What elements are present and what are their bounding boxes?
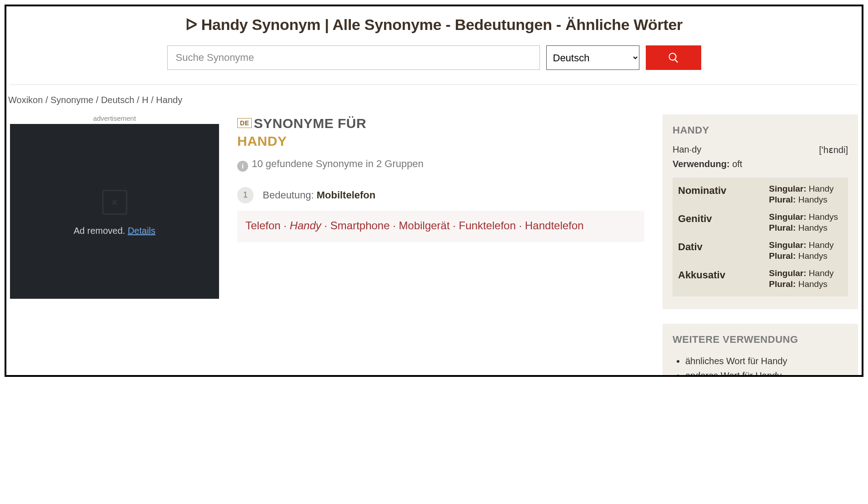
declension-table: NominativSingular: HandyPlural: HandysGe… bbox=[673, 178, 848, 296]
further-list: ähnliches Wort für Handyanderes Wort für… bbox=[673, 354, 848, 377]
declension-row: NominativSingular: HandyPlural: Handys bbox=[678, 184, 843, 206]
breadcrumb-link[interactable]: H bbox=[142, 95, 148, 105]
further-title: WEITERE VERWENDUNG bbox=[673, 334, 848, 346]
sidebar-title: HANDY bbox=[673, 124, 848, 136]
term: HANDY bbox=[237, 133, 287, 148]
search-input[interactable] bbox=[167, 45, 540, 70]
case-forms: Singular: HandyPlural: Handys bbox=[769, 240, 843, 262]
declension-row: DativSingular: HandyPlural: Handys bbox=[678, 240, 843, 262]
breadcrumb-link[interactable]: Woxikon bbox=[8, 95, 43, 105]
image-placeholder-icon: × bbox=[102, 190, 127, 215]
ad-label: advertisement bbox=[10, 114, 219, 122]
lang-badge: DE bbox=[237, 118, 252, 128]
case-forms: Singular: HandyPlural: Handys bbox=[769, 184, 843, 206]
further-item[interactable]: anderes Wort für Handy bbox=[685, 368, 848, 377]
case-label: Akkusativ bbox=[678, 268, 769, 290]
divider bbox=[10, 84, 858, 85]
count-line: i10 gefundene Synonyme in 2 Gruppen bbox=[237, 157, 644, 172]
breadcrumb-current: Handy bbox=[156, 95, 182, 105]
group-number: 1 bbox=[237, 187, 254, 203]
search-icon bbox=[668, 52, 679, 64]
ad-details-link[interactable]: Details bbox=[128, 226, 155, 236]
sidebar-further: WEITERE VERWENDUNG ähnliches Wort für Ha… bbox=[663, 324, 858, 377]
case-forms: Singular: HandysPlural: Handys bbox=[769, 212, 843, 234]
sidebar-info: HANDY Han·dy ['hɛndi] Verwendung: oft No… bbox=[663, 114, 858, 309]
syllabification: Han·dy bbox=[673, 144, 701, 155]
case-forms: Singular: HandyPlural: Handys bbox=[769, 268, 843, 290]
group-label: Bedeutung: Mobiltelefon bbox=[263, 189, 375, 201]
case-label: Genitiv bbox=[678, 212, 769, 234]
usage-row: Verwendung: oft bbox=[673, 159, 848, 169]
synonym-list[interactable]: Telefon · Handy · Smartphone · Mobilgerä… bbox=[237, 211, 644, 242]
breadcrumb-link[interactable]: Deutsch bbox=[101, 95, 134, 105]
breadcrumb-link[interactable]: Synonyme bbox=[50, 95, 94, 105]
group-header: 1 Bedeutung: Mobiltelefon bbox=[237, 187, 644, 203]
synonyms-heading: DESYNONYME FÜR HANDY bbox=[237, 114, 644, 150]
case-label: Nominativ bbox=[678, 184, 769, 206]
ad-removed-text: Ad removed. Details bbox=[10, 226, 219, 236]
search-button[interactable] bbox=[646, 45, 701, 70]
info-icon: i bbox=[237, 161, 248, 172]
search-row: Deutsch bbox=[6, 45, 862, 84]
page-title: ᐅ Handy Synonym | Alle Synonyme - Bedeut… bbox=[6, 15, 862, 34]
breadcrumb: Woxikon / Synonyme / Deutsch / H / Handy bbox=[6, 95, 862, 114]
declension-row: GenitivSingular: HandysPlural: Handys bbox=[678, 212, 843, 234]
ipa: ['hɛndi] bbox=[819, 144, 848, 155]
language-select[interactable]: Deutsch bbox=[546, 45, 639, 70]
declension-row: AkkusativSingular: HandyPlural: Handys bbox=[678, 268, 843, 290]
ad-box: × Ad removed. Details bbox=[10, 124, 219, 299]
further-item[interactable]: ähnliches Wort für Handy bbox=[685, 354, 848, 368]
case-label: Dativ bbox=[678, 240, 769, 262]
